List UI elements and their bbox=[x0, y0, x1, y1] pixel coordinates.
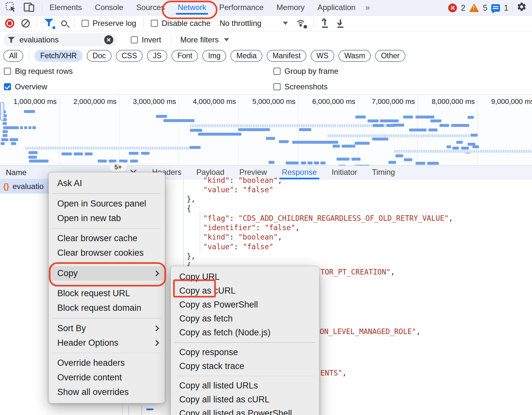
menu-item-open-in-sources-panel[interactable]: Open in Sources panel bbox=[49, 196, 165, 211]
tab-network[interactable]: Network bbox=[177, 0, 207, 16]
chip-font[interactable]: Font bbox=[172, 50, 198, 62]
menu-item-header-options[interactable]: Header Options bbox=[49, 336, 165, 350]
submenu-item-copy-stack-trace[interactable]: Copy stack trace bbox=[171, 359, 319, 373]
overview-left-grip[interactable] bbox=[0, 102, 4, 121]
screenshots-checkbox[interactable]: Screenshots bbox=[273, 82, 327, 91]
menu-item-override-headers[interactable]: Override headers bbox=[49, 356, 165, 370]
tab-performance[interactable]: Performance bbox=[218, 0, 264, 16]
menu-item-open-in-new-tab[interactable]: Open in new tab bbox=[49, 211, 165, 226]
waterfall-bar bbox=[416, 116, 434, 118]
checkbox-checked[interactable] bbox=[4, 83, 11, 90]
device-toolbar-icon[interactable] bbox=[23, 2, 35, 14]
checkbox-unchecked[interactable] bbox=[4, 68, 11, 75]
submenu-item-copy-as-fetch[interactable]: Copy as fetch bbox=[171, 312, 319, 326]
name-header-label: Name bbox=[6, 168, 27, 177]
more-panels-icon[interactable]: » bbox=[365, 3, 368, 13]
inspect-element-icon[interactable] bbox=[5, 2, 16, 14]
preserve-log-checkbox[interactable]: Preserve log bbox=[82, 19, 136, 28]
filter-value[interactable]: evaluations bbox=[19, 35, 100, 44]
detail-tab-preview[interactable]: Preview bbox=[239, 166, 267, 179]
chip-doc[interactable]: Doc bbox=[87, 50, 112, 62]
chip-ws[interactable]: WS bbox=[311, 50, 334, 62]
network-overview-timeline[interactable]: 1,000,000 ms2,000,000 ms3,000,000 ms4,00… bbox=[0, 95, 532, 166]
settings-gear-icon[interactable] bbox=[516, 2, 527, 14]
submenu-item-copy-as-powershell[interactable]: Copy as PowerShell bbox=[171, 298, 319, 312]
record-network-log-icon[interactable] bbox=[5, 19, 14, 28]
chip-wasm[interactable]: Wasm bbox=[338, 50, 371, 62]
menu-separator bbox=[53, 228, 161, 229]
export-har-icon[interactable] bbox=[336, 19, 345, 28]
big-request-rows-checkbox[interactable]: Big request rows bbox=[4, 67, 73, 76]
chip-css[interactable]: CSS bbox=[116, 50, 143, 62]
checkbox-unchecked[interactable] bbox=[273, 68, 281, 75]
filter-input[interactable]: evaluations bbox=[3, 33, 117, 46]
checkbox-unchecked[interactable] bbox=[273, 83, 281, 90]
detail-tab-response[interactable]: Response bbox=[282, 166, 317, 179]
waterfall-bar bbox=[3, 122, 7, 125]
throttling-select[interactable]: No throttling bbox=[219, 19, 261, 28]
submenu-item-copy-response[interactable]: Copy response bbox=[171, 345, 319, 359]
submenu-item-copy-all-listed-as-curl[interactable]: Copy all listed as cURL bbox=[171, 393, 319, 407]
submenu-item-copy-all-listed-urls[interactable]: Copy all listed URLs bbox=[171, 379, 319, 393]
issues-icon[interactable] bbox=[491, 4, 500, 12]
tab-application[interactable]: Application bbox=[317, 0, 356, 16]
detail-tab-timing[interactable]: Timing bbox=[372, 166, 395, 179]
import-har-icon[interactable] bbox=[321, 19, 329, 28]
network-conditions-icon[interactable] bbox=[295, 19, 306, 28]
waterfall-bar bbox=[301, 162, 306, 164]
submenu-item-copy-as-fetch-node-js[interactable]: Copy as fetch (Node.js) bbox=[171, 326, 319, 340]
clear-network-log-icon[interactable] bbox=[21, 19, 30, 28]
submenu-item-copy-as-curl[interactable]: Copy as cURL bbox=[171, 284, 319, 298]
detail-tab-payload[interactable]: Payload bbox=[196, 166, 225, 179]
more-filters-dropdown[interactable]: More filters bbox=[180, 35, 219, 44]
chip-manifest[interactable]: Manifest bbox=[267, 50, 306, 62]
chip-media[interactable]: Media bbox=[230, 50, 262, 62]
chip-js[interactable]: JS bbox=[147, 50, 167, 62]
submenu-item-copy-all-listed-as-powershell[interactable]: Copy all listed as PowerShell bbox=[171, 407, 319, 415]
search-icon[interactable] bbox=[61, 20, 67, 26]
checkbox-unchecked[interactable] bbox=[82, 20, 89, 27]
tab-elements[interactable]: Elements bbox=[49, 0, 83, 16]
menu-item-block-request-domain[interactable]: Block request domain bbox=[49, 301, 165, 315]
menu-item-label: Copy response bbox=[179, 347, 238, 357]
menu-item-sort-by[interactable]: Sort By bbox=[49, 321, 165, 336]
error-badge-icon[interactable] bbox=[448, 4, 457, 12]
chip-all[interactable]: All bbox=[3, 50, 23, 62]
waterfall-bar bbox=[1, 138, 8, 141]
menu-item-show-all-overrides[interactable]: Show all overrides bbox=[49, 385, 165, 399]
submenu-item-copy-url[interactable]: Copy URL bbox=[171, 270, 319, 284]
overview-checkbox[interactable]: Overview bbox=[4, 82, 47, 91]
checkbox-unchecked[interactable] bbox=[151, 20, 158, 27]
warning-badge-icon[interactable] bbox=[469, 4, 479, 12]
group-by-frame-checkbox[interactable]: Group by frame bbox=[273, 67, 338, 76]
invert-checkbox[interactable]: Invert bbox=[131, 35, 161, 44]
filter-icon[interactable] bbox=[44, 19, 54, 28]
row-action-badge[interactable]: 5+ bbox=[109, 162, 127, 172]
menu-separator bbox=[53, 353, 161, 353]
detail-tab-initiator[interactable]: Initiator bbox=[332, 166, 357, 179]
chip-img[interactable]: Img bbox=[202, 50, 226, 62]
throttling-caret-icon[interactable] bbox=[283, 22, 288, 25]
menu-separator bbox=[53, 193, 161, 194]
menu-item-ask-ai[interactable]: Ask AI bbox=[49, 176, 165, 191]
menu-item-block-request-url[interactable]: Block request URL bbox=[49, 286, 165, 301]
menu-item-override-content[interactable]: Override content bbox=[49, 370, 165, 385]
menu-item-label: Copy bbox=[57, 268, 78, 278]
tab-memory[interactable]: Memory bbox=[276, 0, 305, 16]
request-name[interactable]: evaluatio bbox=[13, 182, 44, 191]
menu-item-clear-browser-cache[interactable]: Clear browser cache bbox=[49, 231, 165, 246]
disable-cache-checkbox[interactable]: Disable cache bbox=[151, 19, 211, 28]
submenu-chevron-icon bbox=[153, 340, 159, 346]
waterfall-bar bbox=[98, 160, 107, 163]
chip-other[interactable]: Other bbox=[375, 50, 405, 62]
menu-item-clear-browser-cookies[interactable]: Clear browser cookies bbox=[49, 246, 165, 260]
checkbox-unchecked[interactable] bbox=[131, 36, 138, 43]
tab-sources[interactable]: Sources bbox=[136, 0, 165, 16]
waterfall-bar bbox=[24, 126, 27, 129]
waterfall-bar bbox=[333, 145, 340, 148]
chip-fetch-xhr[interactable]: Fetch/XHR bbox=[35, 50, 83, 62]
menu-item-copy[interactable]: Copy bbox=[49, 266, 165, 281]
tab-console[interactable]: Console bbox=[94, 0, 124, 16]
clear-filter-icon[interactable] bbox=[104, 35, 113, 44]
more-filters-caret-icon[interactable] bbox=[224, 38, 229, 41]
